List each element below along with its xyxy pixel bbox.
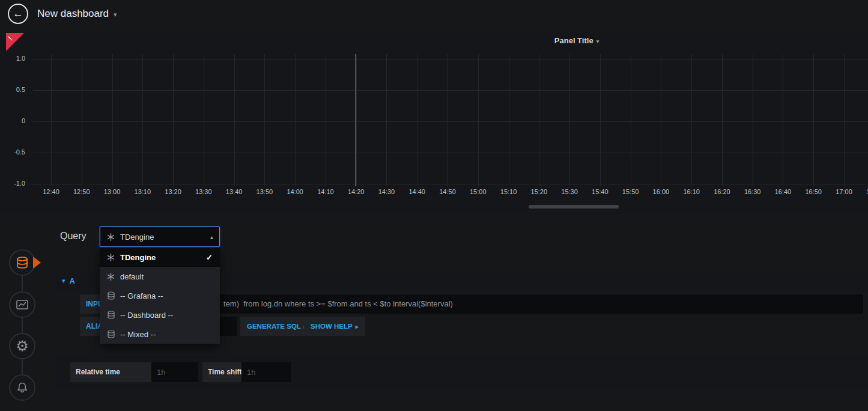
sidebar-tab-queries[interactable] xyxy=(9,249,35,276)
grid-line-vertical xyxy=(356,54,357,186)
y-axis-tick-label: -1.0 xyxy=(4,180,25,187)
menu-item-label: -- Dashboard -- xyxy=(120,311,173,320)
grid-line-horizontal xyxy=(33,153,868,153)
datasource-selected-value: TDengine xyxy=(120,233,154,242)
sidebar-tab-general[interactable]: ⚙ xyxy=(9,333,35,359)
input-sql-value: tem) from log.dn where ts >= $from and t… xyxy=(127,294,863,314)
x-axis-tick-label: 17:10 xyxy=(861,188,868,195)
relative-time-label: Relative time xyxy=(70,362,151,382)
menu-item-label: -- Grafana -- xyxy=(120,291,163,300)
grid-line-vertical xyxy=(142,54,143,186)
x-axis-tick-label: 13:10 xyxy=(129,188,156,195)
generate-sql-label: GENERATE SQL xyxy=(247,323,301,330)
grid-line-vertical xyxy=(51,54,52,186)
x-axis-tick-label: 15:10 xyxy=(496,188,522,195)
x-axis-tick-label: 16:40 xyxy=(769,188,796,195)
grid-line-vertical xyxy=(600,54,601,186)
grid-line-vertical xyxy=(661,54,661,186)
sidebar-tab-alert[interactable] xyxy=(9,374,35,401)
grid-line-vertical xyxy=(478,54,479,186)
grid-line-vertical xyxy=(509,54,509,186)
generate-sql-button[interactable]: GENERATE SQL ▸ xyxy=(240,317,314,336)
sidebar-tab-visualization[interactable] xyxy=(9,291,35,318)
check-icon: ✓ xyxy=(206,253,213,262)
grid-line-vertical xyxy=(691,54,692,186)
x-axis-tick-label: 16:20 xyxy=(709,188,735,195)
menu-item-label: default xyxy=(120,272,144,281)
menu-item-default[interactable]: default xyxy=(100,267,220,286)
graph-icon xyxy=(16,298,29,311)
grid-line-vertical xyxy=(539,54,539,186)
show-help-button[interactable]: SHOW HELP ▸ xyxy=(304,317,365,336)
x-axis-tick-label: 14:10 xyxy=(312,188,339,195)
grid-line-vertical xyxy=(173,54,174,186)
warning-icon: ! xyxy=(7,35,14,43)
grid-line-vertical xyxy=(112,54,113,186)
x-axis-tick-label: 16:30 xyxy=(739,188,766,195)
menu-item-grafana[interactable]: -- Grafana -- xyxy=(100,286,220,305)
x-axis-tick-label: 15:40 xyxy=(587,188,613,195)
gear-icon: ⚙ xyxy=(16,339,29,353)
grid-line-vertical xyxy=(569,54,570,186)
relative-time-input[interactable] xyxy=(151,362,198,382)
database-icon xyxy=(15,255,29,270)
x-axis-tick-label: 17:00 xyxy=(831,188,857,195)
grid-line-vertical xyxy=(204,54,204,186)
x-axis-tick-label: 14:50 xyxy=(434,188,461,195)
grid-line-horizontal xyxy=(33,90,868,91)
grid-line-vertical xyxy=(386,54,387,186)
menu-item-dashboard[interactable]: -- Dashboard -- xyxy=(100,305,220,324)
x-axis-tick-label: 13:50 xyxy=(251,188,278,195)
annotation-vline xyxy=(355,54,356,186)
query-row-letter: A xyxy=(70,276,75,285)
input-sql-field[interactable]: tem) from log.dn where ts >= $from and t… xyxy=(127,294,863,314)
query-row-collapse[interactable]: ▾ A xyxy=(62,276,75,285)
grid-line-vertical xyxy=(783,54,783,186)
datasource-select[interactable]: TDengine ▴ xyxy=(100,227,220,247)
x-axis-tick-label: 12:50 xyxy=(68,188,95,195)
grid-line-vertical xyxy=(722,54,723,186)
horizontal-scrollbar-thumb[interactable] xyxy=(529,205,619,209)
bell-icon xyxy=(16,381,29,394)
chevron-down-icon: ▾ xyxy=(62,277,65,285)
grid-line-vertical xyxy=(813,54,814,186)
x-axis-tick-label: 15:50 xyxy=(618,188,644,195)
tdengine-plugin-icon xyxy=(107,233,115,241)
x-axis-tick-label: 16:00 xyxy=(648,188,674,195)
menu-item-tdengine[interactable]: TDengine ✓ xyxy=(100,248,220,267)
grid-line-horizontal xyxy=(33,121,868,122)
time-shift-label: Time shift xyxy=(202,362,241,382)
panel-error-corner[interactable]: ! xyxy=(6,33,24,51)
grid-line-vertical xyxy=(234,54,235,186)
database-icon xyxy=(107,291,120,300)
grid-line-vertical xyxy=(417,54,417,186)
panel-title-text: Panel Title xyxy=(554,36,593,45)
x-axis-tick-label: 16:10 xyxy=(678,188,705,195)
x-axis-tick-label: 14:40 xyxy=(404,188,430,195)
database-icon xyxy=(107,330,120,338)
x-axis-tick-label: 16:50 xyxy=(800,188,827,195)
x-axis-tick-label: 14:20 xyxy=(343,188,369,195)
x-axis-tick-label: 13:20 xyxy=(160,188,186,195)
panel-title-menu[interactable]: Panel Title▾ xyxy=(487,36,667,45)
menu-item-label: TDengine xyxy=(120,253,156,262)
x-axis-tick-label: 15:30 xyxy=(556,188,583,195)
active-tab-arrow-icon xyxy=(33,257,41,269)
time-shift-input[interactable] xyxy=(241,362,291,382)
x-axis-tick-label: 15:00 xyxy=(465,188,491,195)
x-axis-tick-label: 13:40 xyxy=(221,188,247,195)
grid-line-vertical xyxy=(295,54,296,186)
caret-right-icon: ▸ xyxy=(356,323,359,330)
tdengine-plugin-icon xyxy=(107,273,120,281)
y-axis-tick-label: 1.0 xyxy=(4,55,25,62)
grid-line-vertical xyxy=(264,54,265,186)
datasource-menu: TDengine ✓ default -- Grafana -- -- Dash… xyxy=(100,248,220,344)
database-icon xyxy=(107,311,120,319)
chevron-up-icon: ▴ xyxy=(210,234,213,240)
grafana-dashboard-editor: ← New dashboard ▾ 12:4012:5013:0013:1013… xyxy=(0,0,868,411)
menu-item-mixed[interactable]: -- Mixed -- xyxy=(100,324,220,344)
grid-line-vertical xyxy=(753,54,753,186)
grid-line-horizontal xyxy=(33,59,868,59)
x-axis-tick-label: 12:40 xyxy=(38,188,64,195)
show-help-label: SHOW HELP xyxy=(311,323,353,330)
